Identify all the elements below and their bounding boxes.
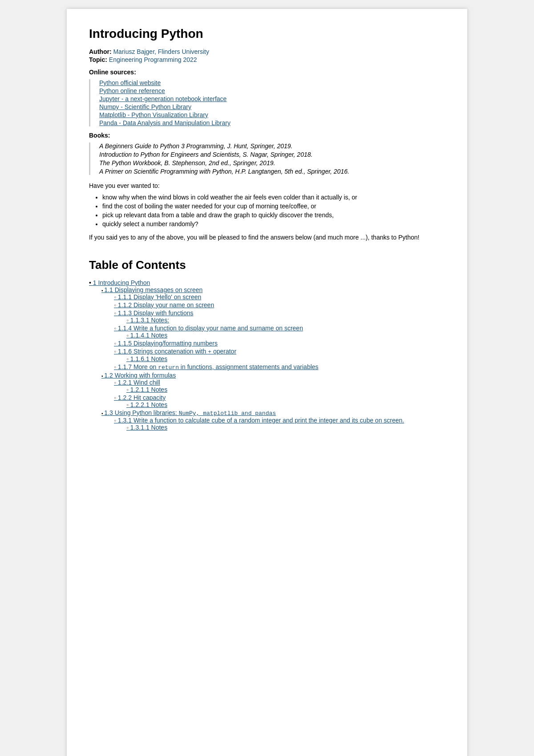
book-item: Introduction to Python for Engineers and… — [99, 151, 445, 158]
toc-section: Table of Contents 1 Introducing Python1.… — [89, 258, 445, 431]
topic-label: Topic: — [89, 56, 107, 63]
toc-item: 1.1.7 More on return in functions, assig… — [114, 363, 445, 371]
online-source-link[interactable]: Panda - Data Analysis and Manipulation L… — [99, 119, 445, 126]
author-line: Author: Mariusz Bajger, Flinders Univers… — [89, 48, 445, 55]
toc-item: 1.3.1.1 Notes — [126, 424, 445, 431]
toc-link[interactable]: 1.1.3 Display with functions — [114, 309, 194, 317]
online-sources-links: Python official websitePython online ref… — [89, 79, 445, 126]
intro-bullet: pick up relevant data from a table and d… — [102, 211, 445, 219]
toc-item: 1.1.3.1 Notes: — [126, 317, 445, 324]
toc-item: 1.1.4 Write a function to display your n… — [114, 325, 445, 339]
toc-link[interactable]: 1 Introducing Python — [89, 279, 150, 286]
toc-link[interactable]: 1.1.7 More on return in functions, assig… — [114, 363, 319, 370]
toc-list: 1 Introducing Python1.1 Displaying messa… — [89, 279, 445, 431]
toc-link[interactable]: 1.1.6.1 Notes — [126, 355, 167, 362]
toc-link[interactable]: 1.2 Working with formulas — [101, 372, 176, 379]
toc-link[interactable]: 1.1.2 Display your name on screen — [114, 301, 214, 309]
toc-link[interactable]: 1.1 Displaying messages on screen — [101, 286, 202, 293]
toc-link[interactable]: 1.2.1.1 Notes — [126, 386, 167, 393]
toc-item: 1.2.2 Hit capacity1.2.2.1 Notes — [114, 394, 445, 408]
intro-bullets: know why when the wind blows in cold wea… — [102, 194, 445, 228]
toc-item: 1 Introducing Python1.1 Displaying messa… — [89, 279, 445, 431]
book-item: The Python Workbook, B. Stephenson, 2nd … — [99, 159, 445, 167]
toc-item: 1.1.4.1 Notes — [126, 332, 445, 339]
toc-item: 1.1.6 Strings concatenation with + opera… — [114, 348, 445, 362]
toc-title: Table of Contents — [89, 258, 445, 272]
topic-line: Topic: Engineering Programming 2022 — [89, 56, 445, 63]
author-block: Author: Mariusz Bajger, Flinders Univers… — [89, 48, 445, 63]
book-item: A Beginners Guide to Python 3 Programmin… — [99, 142, 445, 150]
page-title: Introducing Python — [89, 27, 445, 41]
toc-link[interactable]: 1.2.2.1 Notes — [126, 401, 167, 408]
books-label: Books: — [89, 132, 445, 139]
online-source-link[interactable]: Python official website — [99, 79, 445, 86]
page: Introducing Python Author: Mariusz Bajge… — [67, 9, 467, 756]
toc-item: 1.3 Using Python libraries: NumPy, matpl… — [101, 409, 445, 431]
toc-link[interactable]: 1.1.6 Strings concatenation with + opera… — [114, 348, 236, 355]
author-value: Mariusz Bajger, Flinders University — [113, 48, 209, 55]
intro-bullet: quickly select a number randomly? — [102, 220, 445, 228]
toc-link[interactable]: 1.2.1 Wind chill — [114, 379, 160, 386]
closing-text: If you said yes to any of the above, you… — [89, 233, 445, 242]
author-label: Author: — [89, 48, 112, 55]
toc-link[interactable]: 1.1.4 Write a function to display your n… — [114, 325, 303, 332]
toc-item: 1.1 Displaying messages on screen1.1.1 D… — [101, 286, 445, 371]
toc-link[interactable]: 1.3 Using Python libraries: NumPy, matpl… — [101, 409, 276, 416]
toc-item: 1.1.6.1 Notes — [126, 355, 445, 362]
toc-item: 1.2.1.1 Notes — [126, 386, 445, 393]
books-block: A Beginners Guide to Python 3 Programmin… — [89, 142, 445, 175]
toc-item: 1.3.1 Write a function to calculate cube… — [114, 417, 445, 431]
topic-value: Engineering Programming 2022 — [109, 56, 197, 63]
toc-item: 1.2 Working with formulas1.2.1 Wind chil… — [101, 372, 445, 408]
toc-link[interactable]: 1.2.2 Hit capacity — [114, 394, 166, 401]
online-source-link[interactable]: Jupyter - a next-generation notebook int… — [99, 95, 445, 102]
toc-item: 1.1.5 Displaying/formatting numbers — [114, 340, 445, 347]
toc-item: 1.2.1 Wind chill1.2.1.1 Notes — [114, 379, 445, 393]
toc-item: 1.2.2.1 Notes — [126, 401, 445, 408]
intro-question: Have you ever wanted to: — [89, 182, 445, 189]
book-item: A Primer on Scientific Programming with … — [99, 168, 445, 175]
toc-item: 1.1.2 Display your name on screen — [114, 301, 445, 309]
toc-link[interactable]: 1.1.4.1 Notes — [126, 332, 167, 339]
intro-bullet: know why when the wind blows in cold wea… — [102, 194, 445, 201]
toc-link[interactable]: 1.1.1 Display 'Hello' on screen — [114, 293, 201, 301]
toc-link[interactable]: 1.1.3.1 Notes: — [126, 317, 169, 324]
online-source-link[interactable]: Numpy - Scientific Python Library — [99, 103, 445, 110]
online-source-link[interactable]: Matplotlib - Python Visualization Librar… — [99, 111, 445, 118]
toc-link[interactable]: 1.3.1.1 Notes — [126, 424, 167, 431]
intro-bullet: find the cost of boiling the water neede… — [102, 203, 445, 210]
online-sources-label: Online sources: — [89, 69, 445, 76]
toc-link[interactable]: 1.3.1 Write a function to calculate cube… — [114, 417, 404, 424]
toc-link[interactable]: 1.1.5 Displaying/formatting numbers — [114, 340, 218, 347]
toc-item: 1.1.1 Display 'Hello' on screen — [114, 293, 445, 301]
online-source-link[interactable]: Python online reference — [99, 87, 445, 94]
toc-item: 1.1.3 Display with functions1.1.3.1 Note… — [114, 309, 445, 324]
